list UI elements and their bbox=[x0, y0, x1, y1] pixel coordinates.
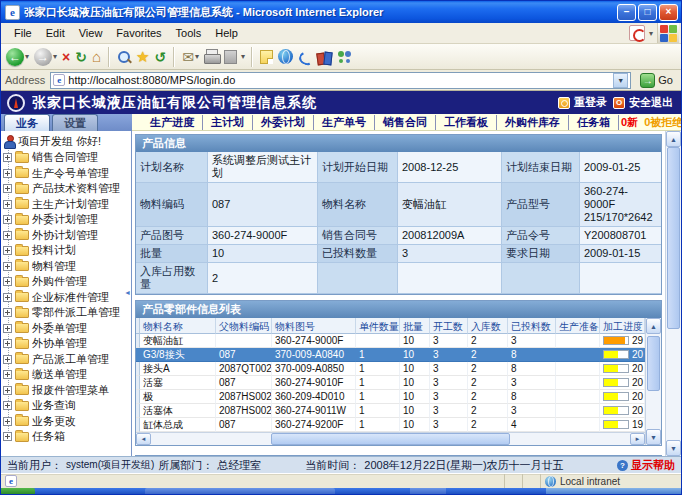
msn-button[interactable] bbox=[277, 48, 294, 65]
hscroll-thumb[interactable] bbox=[271, 433, 511, 445]
home-button[interactable]: ⌂ bbox=[91, 48, 102, 65]
vscroll-thumb[interactable] bbox=[647, 336, 660, 391]
mail-button[interactable]: ✉ ▾ bbox=[181, 49, 200, 65]
nav-menu-item[interactable]: 主计划 bbox=[203, 115, 253, 130]
edit-button[interactable] bbox=[223, 49, 238, 65]
scroll-down-icon[interactable]: ▼ bbox=[666, 440, 681, 456]
column-header[interactable]: 物料名称 bbox=[140, 318, 216, 334]
address-input[interactable]: e http://localhost:8080/MPS/login.do ▼ bbox=[50, 72, 631, 89]
address-url[interactable]: http://localhost:8080/MPS/login.do bbox=[68, 74, 610, 86]
tree-item[interactable]: 缴送单管理 bbox=[3, 367, 131, 383]
tree-item[interactable]: 销售合同管理 bbox=[3, 150, 131, 166]
expand-icon[interactable] bbox=[3, 200, 12, 209]
tree-item[interactable]: 报废件管理菜单 bbox=[3, 383, 131, 399]
tab-business[interactable]: 业务 bbox=[4, 114, 50, 131]
parts-table-row[interactable]: 缸体总成087 360-274-9200F1 103 24 19 % bbox=[136, 418, 645, 432]
edit-dropdown-icon[interactable]: ▾ bbox=[241, 52, 245, 61]
tree-item[interactable]: 主生产计划管理 bbox=[3, 197, 131, 213]
nav-menu-item[interactable]: 生产进度 bbox=[142, 115, 203, 130]
maximize-button[interactable]: □ bbox=[638, 4, 657, 21]
expand-icon[interactable] bbox=[3, 308, 12, 317]
adobe-dropdown-icon[interactable]: ▾ bbox=[649, 29, 653, 38]
start-button[interactable] bbox=[1, 488, 35, 494]
scroll-up-icon[interactable]: ▲ bbox=[646, 318, 661, 334]
research-button[interactable] bbox=[316, 48, 333, 65]
parts-table-row[interactable]: G3/8接头087 370-009-A08401 103 28 20 % bbox=[136, 348, 645, 362]
tree-item[interactable]: 产品派工单管理 bbox=[3, 352, 131, 368]
expand-icon[interactable] bbox=[3, 355, 12, 364]
tree-item[interactable]: 外购件管理 bbox=[3, 274, 131, 290]
tree-item[interactable]: 投料计划 bbox=[3, 243, 131, 259]
main-vscrollbar[interactable]: ▲ ▼ bbox=[665, 131, 681, 456]
menu-item[interactable]: Tools bbox=[169, 25, 209, 41]
address-dropdown-button[interactable]: ▼ bbox=[613, 73, 628, 88]
expand-icon[interactable] bbox=[3, 277, 12, 286]
adobe-pdf-icon[interactable] bbox=[629, 25, 645, 41]
column-header[interactable]: 父物料编码 bbox=[216, 318, 272, 334]
menu-item[interactable]: View bbox=[72, 25, 110, 41]
expand-icon[interactable] bbox=[3, 386, 12, 395]
tree-item[interactable]: 业务查询 bbox=[3, 398, 131, 414]
expand-icon[interactable] bbox=[3, 432, 12, 441]
messenger-button[interactable] bbox=[336, 49, 354, 65]
expand-icon[interactable] bbox=[3, 153, 12, 162]
column-header[interactable]: 已投料数 bbox=[508, 318, 556, 334]
column-header-progress[interactable]: 加工进度 bbox=[600, 318, 645, 334]
tree-item[interactable]: 物料管理 bbox=[3, 259, 131, 275]
mail-dropdown-icon[interactable]: ▾ bbox=[195, 52, 199, 61]
nav-menu-item[interactable]: 工作看板 bbox=[436, 115, 497, 130]
stop-button[interactable]: × bbox=[61, 49, 71, 65]
parts-table-row[interactable]: 变幅油缸 360-274-9000F 103 23 29 % bbox=[136, 334, 645, 348]
favorites-button[interactable]: ★ bbox=[135, 48, 150, 65]
nav-menu-item[interactable]: 外购件库存 bbox=[497, 115, 569, 130]
print-button[interactable] bbox=[203, 49, 220, 65]
taskbox-rejected-badge[interactable]: 0被拒绝 bbox=[644, 115, 682, 130]
vscroll-thumb[interactable] bbox=[667, 147, 680, 329]
expand-icon[interactable] bbox=[3, 401, 12, 410]
parts-vscrollbar[interactable]: ▲ ▼ bbox=[645, 318, 661, 445]
forward-dropdown-icon[interactable]: ▾ bbox=[53, 52, 57, 61]
expand-icon[interactable] bbox=[3, 184, 12, 193]
show-help-button[interactable]: ? 显示帮助 bbox=[617, 458, 675, 473]
taskbar-button[interactable] bbox=[410, 488, 446, 494]
scroll-right-icon[interactable]: ► bbox=[630, 433, 645, 445]
quick-link-button[interactable] bbox=[297, 49, 313, 65]
parts-table-row[interactable]: 接头A2087QT002 370-009-A08501 103 28 20 % bbox=[136, 362, 645, 376]
search-button[interactable] bbox=[116, 49, 132, 65]
tree-item[interactable]: 产品技术资料管理 bbox=[3, 181, 131, 197]
tree-item[interactable]: 外协计划管理 bbox=[3, 228, 131, 244]
parts-hscrollbar[interactable]: ◄ ► bbox=[136, 432, 645, 445]
parts-table-row[interactable]: 极2087HS002 360-209-4D0101 103 28 20 % bbox=[136, 390, 645, 404]
taskbar-button[interactable] bbox=[145, 488, 335, 494]
parts-table-row[interactable]: 活塞体2087HS002 360-274-9011W1 103 23 20 % bbox=[136, 404, 645, 418]
tree-item[interactable]: 任务箱 bbox=[3, 429, 131, 445]
parts-table-row[interactable]: 活塞087 360-274-9010F1 103 23 20 % bbox=[136, 376, 645, 390]
nav-menu-item[interactable]: 外委计划 bbox=[253, 115, 314, 130]
nav-menu-item[interactable]: 销售合同 bbox=[375, 115, 436, 130]
tree-item[interactable]: 业务更改 bbox=[3, 414, 131, 430]
expand-icon[interactable] bbox=[3, 246, 12, 255]
back-button[interactable]: ← ▾ bbox=[5, 47, 30, 67]
expand-icon[interactable] bbox=[3, 231, 12, 240]
relogin-button[interactable]: 重登录 bbox=[558, 95, 607, 110]
refresh-button[interactable]: ↻ bbox=[74, 49, 88, 65]
close-button[interactable]: × bbox=[659, 4, 678, 21]
menu-item[interactable]: Edit bbox=[39, 25, 72, 41]
tab-settings[interactable]: 设置 bbox=[52, 114, 98, 131]
scroll-down-icon[interactable]: ▼ bbox=[646, 429, 661, 445]
expand-icon[interactable] bbox=[3, 293, 12, 302]
expand-icon[interactable] bbox=[3, 339, 12, 348]
taskbox-new-badge[interactable]: 0新 bbox=[621, 115, 638, 130]
scroll-left-icon[interactable]: ◄ bbox=[136, 433, 151, 445]
tree-item[interactable]: 外委计划管理 bbox=[3, 212, 131, 228]
column-header[interactable]: 批量 bbox=[400, 318, 430, 334]
expand-icon[interactable] bbox=[3, 169, 12, 178]
expand-icon[interactable] bbox=[3, 370, 12, 379]
minimize-button[interactable]: – bbox=[617, 4, 636, 21]
column-header[interactable]: 单件数量 bbox=[356, 318, 400, 334]
menu-item[interactable]: File bbox=[7, 25, 39, 41]
tree-item[interactable]: 生产令号单管理 bbox=[3, 166, 131, 182]
menu-item[interactable]: Favorites bbox=[109, 25, 168, 41]
tree-item[interactable]: 零部件派工单管理 bbox=[3, 305, 131, 321]
column-header[interactable]: 生产准备 bbox=[556, 318, 600, 334]
